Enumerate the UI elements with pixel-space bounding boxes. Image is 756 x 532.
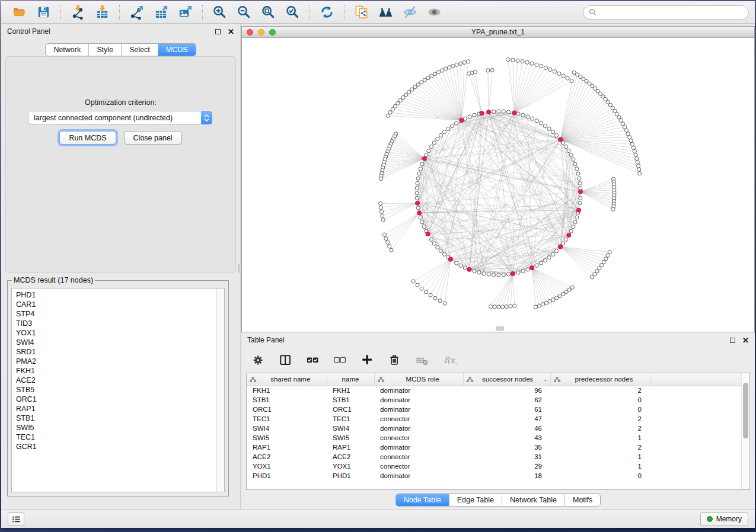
graph-node[interactable] xyxy=(429,238,433,241)
graph-dominator-node[interactable] xyxy=(512,111,516,115)
graph-node[interactable] xyxy=(551,130,554,134)
mcds-result-item[interactable]: RAP1 xyxy=(16,404,224,414)
close-panel-button[interactable]: Close panel xyxy=(124,131,182,145)
graph-node[interactable] xyxy=(423,78,426,82)
graph-dominator-node[interactable] xyxy=(511,271,515,275)
graph-node[interactable] xyxy=(521,270,525,273)
graph-node[interactable] xyxy=(506,57,510,61)
graph-node[interactable] xyxy=(381,218,385,222)
graph-dominator-node[interactable] xyxy=(576,208,580,212)
graph-node[interactable] xyxy=(526,268,529,271)
graph-dominator-node[interactable] xyxy=(480,111,484,115)
graph-node[interactable] xyxy=(608,250,611,254)
graph-node[interactable] xyxy=(547,127,551,130)
mcds-result-item[interactable]: ACE2 xyxy=(16,376,224,385)
open-file-button[interactable] xyxy=(7,4,31,21)
graph-node[interactable] xyxy=(548,68,552,71)
mcds-result-item[interactable]: FKH1 xyxy=(16,366,224,376)
duplicate-network-button[interactable] xyxy=(349,4,374,21)
tab-network-table[interactable]: Network Table xyxy=(502,494,565,506)
graph-node[interactable] xyxy=(439,133,442,137)
table-row[interactable]: SWI5SWI5connector431 xyxy=(247,433,749,443)
graph-node[interactable] xyxy=(416,283,419,287)
graph-node[interactable] xyxy=(430,74,433,78)
table-row[interactable]: FKH1FKH1dominator962 xyxy=(247,386,749,395)
graph-node[interactable] xyxy=(611,207,615,211)
graph-node[interactable] xyxy=(429,293,432,297)
graph-dominator-node[interactable] xyxy=(422,156,426,161)
graph-node[interactable] xyxy=(433,296,437,300)
graph-node[interactable] xyxy=(455,261,458,265)
graph-node[interactable] xyxy=(535,119,538,123)
graph-node[interactable] xyxy=(386,241,390,244)
graph-node[interactable] xyxy=(636,161,639,164)
graph-node[interactable] xyxy=(391,107,394,111)
graph-node[interactable] xyxy=(555,296,559,300)
graph-node[interactable] xyxy=(436,137,439,140)
graph-node[interactable] xyxy=(462,60,466,64)
graph-node[interactable] xyxy=(429,145,433,149)
mcds-result-item[interactable]: ORC1 xyxy=(16,395,224,404)
graph-node[interactable] xyxy=(379,210,383,213)
table-scrollbar[interactable] xyxy=(741,373,749,489)
graph-node[interactable] xyxy=(419,167,422,171)
graph-node[interactable] xyxy=(388,245,391,248)
graph-node[interactable] xyxy=(413,85,417,89)
mcds-result-item[interactable]: SWI4 xyxy=(16,338,224,347)
graph-node[interactable] xyxy=(535,63,538,66)
graph-node[interactable] xyxy=(557,72,561,75)
graph-node[interactable] xyxy=(386,114,390,117)
graph-node[interactable] xyxy=(502,273,505,277)
export-image-button[interactable] xyxy=(173,4,197,21)
graph-node[interactable] xyxy=(401,95,405,99)
graph-node[interactable] xyxy=(626,132,630,136)
graph-node[interactable] xyxy=(578,181,582,185)
graph-node[interactable] xyxy=(490,68,494,72)
graph-node[interactable] xyxy=(564,145,567,149)
show-column-button[interactable] xyxy=(278,352,294,368)
graph-node[interactable] xyxy=(511,58,515,62)
graph-node[interactable] xyxy=(630,142,634,146)
graph-node[interactable] xyxy=(412,280,415,283)
graph-dominator-node[interactable] xyxy=(530,265,534,270)
graph-node[interactable] xyxy=(572,225,575,229)
zoom-fit-button[interactable] xyxy=(256,4,280,21)
mcds-result-item[interactable]: SRD1 xyxy=(16,347,224,357)
graph-node[interactable] xyxy=(442,252,446,256)
graph-node[interactable] xyxy=(416,181,419,185)
mcds-result-item[interactable]: PHD1 xyxy=(16,290,224,300)
graph-node[interactable] xyxy=(455,121,458,125)
graph-node[interactable] xyxy=(554,133,558,137)
graph-node[interactable] xyxy=(547,256,551,259)
graph-node[interactable] xyxy=(623,125,626,129)
graph-node[interactable] xyxy=(497,110,500,113)
graph-node[interactable] xyxy=(575,167,579,171)
graph-dominator-node[interactable] xyxy=(417,211,421,215)
graph-node[interactable] xyxy=(497,273,500,277)
graph-node[interactable] xyxy=(539,261,543,265)
graph-node[interactable] xyxy=(516,59,519,62)
graph-node[interactable] xyxy=(436,245,439,249)
graph-node[interactable] xyxy=(492,273,496,277)
export-table-button[interactable] xyxy=(149,4,173,21)
graph-node[interactable] xyxy=(420,81,423,84)
graph-node[interactable] xyxy=(482,272,486,275)
graph-node[interactable] xyxy=(436,70,440,74)
graph-node[interactable] xyxy=(541,303,544,306)
zoom-in-button[interactable] xyxy=(208,4,232,21)
tab-network[interactable]: Network xyxy=(46,44,89,56)
graph-node[interactable] xyxy=(553,70,556,73)
graph-node[interactable] xyxy=(543,258,547,262)
graph-dominator-node[interactable] xyxy=(448,257,452,261)
graph-node[interactable] xyxy=(433,72,436,76)
graph-node[interactable] xyxy=(548,300,551,303)
graph-node[interactable] xyxy=(544,66,547,69)
horizontal-splitter-handle[interactable] xyxy=(496,326,504,331)
graph-node[interactable] xyxy=(633,149,636,153)
hide-selected-button[interactable] xyxy=(398,4,422,21)
graph-node[interactable] xyxy=(507,273,511,276)
tab-select[interactable]: Select xyxy=(122,44,158,56)
graph-node[interactable] xyxy=(398,98,402,102)
graph-node[interactable] xyxy=(416,206,420,210)
graph-node[interactable] xyxy=(540,65,543,68)
